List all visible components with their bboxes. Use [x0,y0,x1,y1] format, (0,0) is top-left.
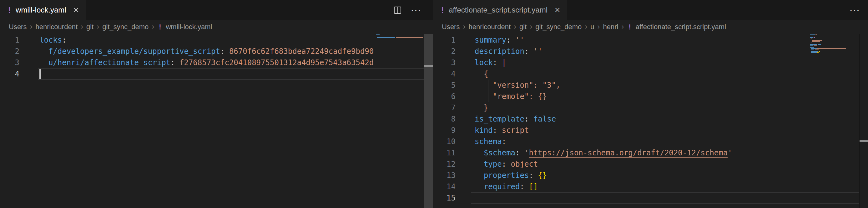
close-tab-icon[interactable]: ✕ [554,6,560,15]
code-token[interactable] [39,47,49,56]
code-token[interactable]: : [220,47,229,56]
code-token[interactable]: } [484,103,488,112]
code-token[interactable]: $schema [484,149,515,157]
code-token[interactable]: '' [533,47,542,56]
code-token[interactable]: : [62,36,66,45]
code-token[interactable]: script [502,126,529,135]
scrollbar-left[interactable] [424,34,433,208]
code-token[interactable]: : [529,171,538,180]
line-number[interactable]: 13 [433,170,456,181]
breadcrumb-item[interactable]: git_sync_demo [535,23,582,31]
code-token[interactable]: summary [475,36,506,45]
breadcrumb-item[interactable]: git [86,23,93,31]
code-token[interactable]: required [484,182,520,191]
line-number[interactable]: 14 [433,181,456,192]
code-token[interactable]: lock [475,58,493,67]
code-token[interactable]: ' [727,149,732,157]
line-number[interactable]: 1 [0,34,20,46]
line-number[interactable]: 11 [433,147,456,158]
code-token[interactable]: kind [475,126,493,135]
breadcrumb-item[interactable]: henri [603,23,618,31]
code-line[interactable]: "version": "3", [475,80,561,91]
code-token[interactable] [475,103,484,112]
code-token[interactable]: : [524,115,533,124]
code-line[interactable]: required: [] [475,181,538,192]
code-line[interactable]: $schema: 'https://json-schema.org/draft/… [475,147,732,158]
code-line[interactable]: description: '' [475,46,542,57]
code-token[interactable] [475,182,484,191]
more-actions-icon[interactable]: ⋯ [410,7,422,13]
code-token[interactable] [39,58,49,67]
code-token[interactable]: https://json-schema.org/draft/2020-12/sc… [529,149,727,157]
line-number[interactable]: 10 [433,136,456,147]
tab-affectionate-script-yaml[interactable]: ! affectionate_script.script.yaml ✕ [433,0,567,20]
line-number[interactable]: 1 [433,34,456,46]
code-token[interactable]: : [502,160,511,168]
code-token[interactable]: : [170,58,180,67]
breadcrumb-item[interactable]: git_sync_demo [102,23,149,31]
code-token[interactable]: 8670f6c62f683bdea72249cadfe9bd90 [229,47,374,56]
minimap-right[interactable] [810,34,855,54]
code-line[interactable]: schema: [475,136,506,147]
code-token[interactable]: type [484,160,502,168]
close-tab-icon[interactable]: ✕ [73,6,79,15]
code-line[interactable]: summary: '' [475,34,524,46]
code-token[interactable] [475,149,484,157]
code-token[interactable]: "remote": {} [493,92,547,101]
code-line[interactable]: u/henri/affectionate_script: f2768573cfc… [39,57,374,68]
breadcrumb-item[interactable]: Users [9,23,27,31]
code-line[interactable]: properties: {} [475,170,547,181]
code-token[interactable]: : [493,126,502,135]
code-token[interactable]: : [502,137,506,146]
code-token[interactable]: | [502,58,506,67]
breadcrumb-file[interactable]: wmill-lock.yaml [166,23,212,31]
code-line[interactable]: type: object [475,158,538,170]
line-number[interactable]: 12 [433,158,456,170]
code-token[interactable] [475,160,484,168]
code-token[interactable]: description [475,47,524,56]
code-area-right[interactable]: summary: ''description: ''lock: | { "ver… [475,34,810,208]
code-token[interactable]: { [484,70,488,78]
line-number[interactable]: 6 [433,91,456,102]
code-line[interactable]: f/developers_example/supportive_script: … [39,46,374,57]
code-token[interactable]: schema [475,137,502,146]
code-token[interactable] [475,92,493,101]
breadcrumb-item[interactable]: Users [442,23,460,31]
code-line[interactable]: } [475,102,488,113]
line-number[interactable]: 2 [0,46,20,57]
line-number[interactable]: 3 [0,57,20,68]
code-token[interactable]: [] [529,182,538,191]
line-number[interactable]: 15 [433,192,456,204]
code-line[interactable]: { [475,68,488,80]
code-token[interactable]: ' [524,149,529,157]
code-token[interactable]: u/henri/affectionate_script [49,58,170,67]
code-token[interactable] [475,171,484,180]
line-number[interactable]: 8 [433,113,456,125]
code-token[interactable]: : [506,36,515,45]
code-token[interactable]: : [520,182,529,191]
code-token[interactable]: is_template [475,115,524,124]
code-token[interactable]: : [515,149,524,157]
code-area-left[interactable]: locks: f/developers_example/supportive_s… [39,34,374,208]
breadcrumb-item[interactable]: u [590,23,594,31]
code-line[interactable]: locks: [39,34,67,46]
code-token[interactable] [475,81,493,89]
breadcrumb-item[interactable]: git [519,23,527,31]
breadcrumb-item[interactable]: henricourdent [468,23,510,31]
breadcrumb-file[interactable]: affectionate_script.script.yaml [636,23,726,31]
code-token[interactable]: f/developers_example/supportive_script [49,47,220,56]
line-number[interactable]: 2 [433,46,456,57]
breadcrumb-item[interactable]: henricourdent [35,23,78,31]
line-number[interactable]: 9 [433,125,456,136]
code-line[interactable]: "remote": {} [475,91,547,102]
line-number[interactable]: 7 [433,102,456,113]
line-number[interactable]: 4 [0,68,20,80]
minimap-left[interactable] [376,34,423,38]
line-number[interactable]: 5 [433,80,456,91]
scrollbar-right[interactable] [859,34,868,208]
code-line[interactable]: kind: script [475,125,529,136]
code-editor-right[interactable]: 123456789101112131415 summary: ''descrip… [433,34,868,208]
line-number[interactable]: 4 [433,68,456,80]
code-token[interactable]: : [493,58,502,67]
code-token[interactable]: false [533,115,556,124]
